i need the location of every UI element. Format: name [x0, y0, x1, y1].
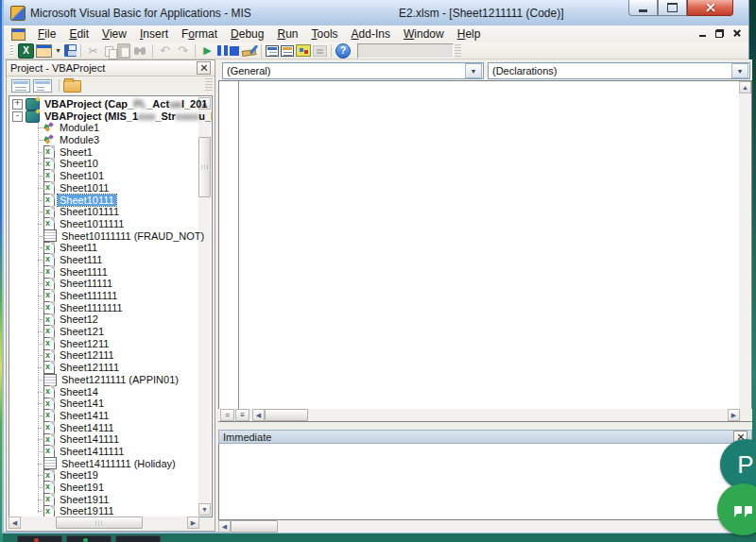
code-vertical-scrollbar[interactable]: ▲ ▼	[739, 81, 751, 421]
tree-item[interactable]: Sheet10111111 (FRAUD_NOT)	[9, 230, 198, 243]
dropdown-arrow-icon[interactable]: ▼	[465, 63, 482, 78]
tree-expand-toggle[interactable]: -	[12, 111, 23, 122]
menu-run[interactable]: Run	[270, 25, 304, 42]
tree-item[interactable]: Sheet111111	[9, 290, 198, 302]
view-code-button[interactable]	[11, 79, 30, 93]
save-icon[interactable]	[64, 44, 77, 57]
procedure-view-button[interactable]: =	[220, 409, 234, 421]
tree-item[interactable]: Sheet1111111	[9, 302, 198, 314]
tree-item[interactable]: Sheet101	[9, 170, 198, 182]
toolbar-options-nub[interactable]	[455, 44, 461, 58]
tree-vertical-scrollbar[interactable]: ▲ ▼	[198, 97, 211, 516]
full-module-view-button[interactable]: ≡	[235, 409, 249, 421]
tree-item[interactable]: Sheet14111111 (Holiday)	[9, 458, 198, 470]
scroll-right-button[interactable]: ▶	[728, 409, 740, 421]
tree-expand-toggle[interactable]: +	[12, 99, 23, 110]
toolbar-grip[interactable]	[10, 45, 13, 57]
view-excel-icon[interactable]	[18, 43, 34, 59]
tree-item[interactable]: Sheet1211111 (APPIN01)	[9, 374, 198, 386]
cut-icon[interactable]	[85, 43, 101, 59]
menu-help[interactable]: Help	[451, 25, 488, 42]
tree-item[interactable]: Sheet10111	[9, 195, 198, 207]
paste-icon[interactable]	[117, 43, 130, 59]
tree-item[interactable]: Sheet1211	[9, 338, 198, 350]
view-object-button[interactable]	[33, 79, 52, 93]
scroll-left-button[interactable]: ◀	[218, 520, 231, 533]
mdi-minimize-button[interactable]	[696, 27, 709, 39]
procedure-dropdown[interactable]: (Declarations) ▼	[488, 62, 750, 79]
taskbar-button[interactable]	[17, 535, 62, 542]
scrollbar-thumb[interactable]	[265, 409, 308, 421]
help-icon[interactable]	[335, 43, 351, 59]
maximize-button[interactable]	[658, 0, 687, 16]
taskbar-button[interactable]	[66, 535, 112, 542]
tree-item[interactable]: Sheet11	[9, 242, 198, 254]
scroll-down-button[interactable]: ▼	[198, 503, 211, 516]
menu-view[interactable]: View	[95, 25, 133, 42]
immediate-window-titlebar[interactable]: Immediate	[218, 430, 752, 444]
tree-item[interactable]: Sheet19111	[9, 505, 198, 517]
menu-tools[interactable]: Tools	[305, 25, 345, 42]
copy-icon[interactable]	[103, 44, 115, 57]
scroll-right-button[interactable]: ▶	[187, 517, 199, 529]
minimize-button[interactable]	[628, 0, 658, 16]
toolbox-icon[interactable]	[313, 45, 327, 57]
scrollbar-thumb[interactable]	[198, 137, 211, 197]
tree-item[interactable]: Sheet191	[9, 482, 198, 494]
tree-item[interactable]: Sheet121111	[9, 362, 198, 374]
mdi-restore-button[interactable]	[713, 27, 726, 39]
object-dropdown[interactable]: (General) ▼	[222, 62, 484, 79]
scroll-left-button[interactable]: ◀	[252, 409, 265, 421]
menu-format[interactable]: Format	[175, 25, 224, 42]
menu-window[interactable]: Window	[397, 25, 451, 42]
scroll-up-button[interactable]: ▲	[739, 81, 751, 93]
tree-item[interactable]: Sheet1411	[9, 410, 198, 422]
window-splitter[interactable]	[217, 422, 752, 430]
code-horizontal-scrollbar[interactable]: = ≡ ◀ ▶	[218, 409, 752, 421]
reset-icon[interactable]	[230, 46, 239, 56]
taskbar-button[interactable]	[115, 535, 161, 542]
tree-item[interactable]: Module1	[9, 122, 198, 134]
menu-insert[interactable]: Insert	[133, 25, 175, 42]
child-window-icon[interactable]	[11, 28, 26, 41]
tree-item[interactable]: Sheet12	[9, 313, 198, 326]
menu-file[interactable]: File	[31, 25, 62, 42]
tree-item[interactable]: Sheet141111	[9, 433, 198, 446]
tree-item[interactable]: Sheet14	[9, 386, 198, 398]
dropdown-arrow-icon[interactable]: ▼	[731, 63, 748, 78]
properties-window-icon[interactable]	[281, 45, 294, 57]
immediate-horizontal-scrollbar[interactable]: ◀ ▶	[218, 520, 752, 533]
tree-item[interactable]: - VBAProject (MIS_1xxx_Strxxxxu_M	[9, 110, 198, 123]
tree-item[interactable]: Sheet10	[9, 158, 198, 170]
tree-item[interactable]: Sheet141	[9, 398, 198, 410]
tree-item[interactable]: Sheet1011111	[9, 218, 198, 230]
code-editor[interactable]: ▲ ▼	[218, 80, 752, 422]
tree-item[interactable]: Sheet1011	[9, 182, 198, 195]
scrollbar-thumb[interactable]	[56, 517, 143, 529]
tree-item[interactable]: Sheet14111	[9, 422, 198, 434]
menu-debug[interactable]: Debug	[224, 25, 270, 42]
tree-item[interactable]: Module3	[9, 134, 198, 146]
scrollbar-thumb[interactable]	[231, 520, 278, 533]
tree-horizontal-scrollbar[interactable]: ◀ ▶	[9, 517, 199, 529]
tree-item[interactable]: Sheet1411111	[9, 446, 198, 458]
design-mode-icon[interactable]	[241, 43, 257, 59]
find-icon[interactable]	[132, 43, 148, 59]
redo-icon[interactable]	[175, 43, 191, 59]
menu-addins[interactable]: Add-Ins	[345, 25, 397, 42]
insert-caret-icon[interactable]	[54, 43, 62, 59]
toggle-folders-button[interactable]	[63, 80, 81, 93]
close-button[interactable]	[687, 0, 733, 16]
tree-item[interactable]: Sheet1	[9, 146, 198, 159]
scroll-left-button[interactable]: ◀	[9, 517, 21, 529]
panel-options-grip[interactable]	[205, 78, 213, 92]
object-browser-icon[interactable]	[296, 44, 311, 57]
tree-item[interactable]: Sheet19	[9, 469, 198, 482]
project-explorer-icon[interactable]	[266, 45, 279, 57]
mdi-close-button[interactable]	[730, 27, 743, 39]
tree-item[interactable]: Sheet11111	[9, 278, 198, 290]
tree-item[interactable]: Sheet1911	[9, 494, 198, 506]
tree-item[interactable]: Sheet12111	[9, 349, 198, 362]
run-icon[interactable]	[199, 43, 215, 59]
immediate-window[interactable]	[218, 444, 752, 520]
